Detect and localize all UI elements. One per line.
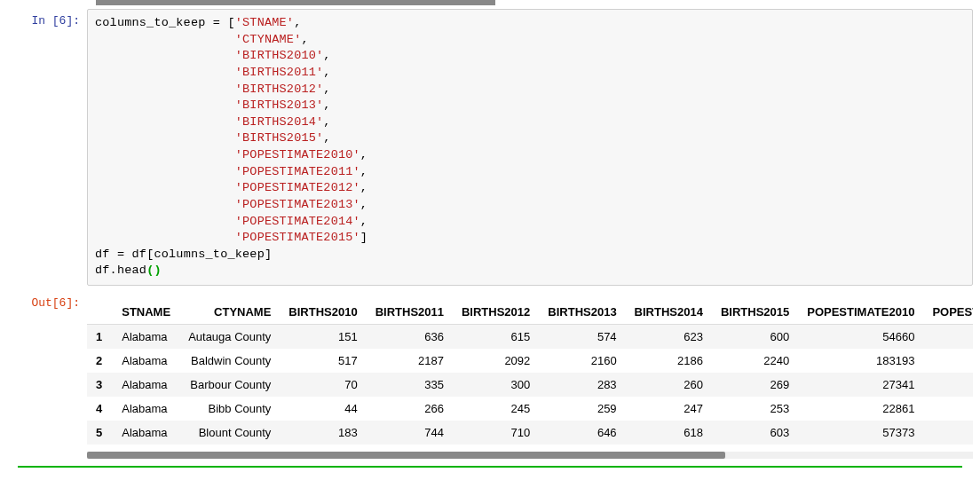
table-cell: Autauga County bbox=[179, 325, 280, 350]
row-index: 5 bbox=[87, 421, 113, 445]
table-index-header bbox=[87, 300, 113, 325]
table-cell: Alabama bbox=[113, 349, 179, 373]
table-cell: Alabama bbox=[113, 373, 179, 397]
output-area[interactable]: STNAMECTYNAMEBIRTHS2010BIRTHS2011BIRTHS2… bbox=[87, 291, 973, 459]
table-cell: 2092 bbox=[453, 349, 539, 373]
table-cell: 618 bbox=[626, 421, 712, 445]
table-cell: 260 bbox=[626, 373, 712, 397]
table-row: 3AlabamaBarbour County703353002832602692… bbox=[87, 373, 973, 397]
column-header: CTYNAME bbox=[179, 300, 280, 325]
table-cell: 27226 bbox=[923, 373, 973, 397]
table-cell: Blount County bbox=[179, 421, 280, 445]
notebook: In [6]: columns_to_keep = ['STNAME', 'CT… bbox=[0, 0, 980, 468]
column-header: BIRTHS2013 bbox=[539, 300, 625, 325]
table-cell: 183 bbox=[280, 421, 366, 445]
table-cell: 253 bbox=[712, 397, 798, 421]
table-cell: 283 bbox=[539, 373, 625, 397]
table-cell: 54660 bbox=[798, 325, 923, 350]
table-cell: 151 bbox=[280, 325, 366, 350]
table-cell: Alabama bbox=[113, 397, 179, 421]
scrollbar-thumb[interactable] bbox=[87, 452, 725, 459]
row-index: 2 bbox=[87, 349, 113, 373]
table-cell: 2186 bbox=[626, 349, 712, 373]
table-cell: 2187 bbox=[367, 349, 453, 373]
table-cell: Bibb County bbox=[179, 397, 280, 421]
table-cell: 615 bbox=[453, 325, 539, 350]
table-cell: 22733 bbox=[923, 397, 973, 421]
table-row: 5AlabamaBlount County1837447106466186035… bbox=[87, 421, 973, 445]
table-row: 2AlabamaBaldwin County517218720922160218… bbox=[87, 349, 973, 373]
table-cell: 646 bbox=[539, 421, 625, 445]
code-input[interactable]: columns_to_keep = ['STNAME', 'CTYNAME', … bbox=[87, 9, 973, 286]
table-cell: 623 bbox=[626, 325, 712, 350]
table-cell: 247 bbox=[626, 397, 712, 421]
table-cell: 44 bbox=[280, 397, 366, 421]
horizontal-scrollbar[interactable] bbox=[87, 452, 973, 459]
table-cell: Barbour County bbox=[179, 373, 280, 397]
table-cell: 335 bbox=[367, 373, 453, 397]
output-cell: Out[6]: STNAMECTYNAMEBIRTHS2010BIRTHS201… bbox=[7, 291, 973, 459]
column-header: BIRTHS2012 bbox=[453, 300, 539, 325]
table-cell: 183193 bbox=[798, 349, 923, 373]
table-header-row: STNAMECTYNAMEBIRTHS2010BIRTHS2011BIRTHS2… bbox=[87, 300, 973, 325]
table-cell: 574 bbox=[539, 325, 625, 350]
code-cell: In [6]: columns_to_keep = ['STNAME', 'CT… bbox=[7, 9, 973, 286]
table-cell: 57711 bbox=[923, 421, 973, 445]
table-cell: 266 bbox=[367, 397, 453, 421]
table-cell: 70 bbox=[280, 373, 366, 397]
column-header: BIRTHS2011 bbox=[367, 300, 453, 325]
table-row: 4AlabamaBibb County442662452592472532286… bbox=[87, 397, 973, 421]
table-cell: 245 bbox=[453, 397, 539, 421]
table-cell: Alabama bbox=[113, 325, 179, 350]
column-header: POPESTIMATE2011 bbox=[923, 300, 973, 325]
input-prompt: In [6]: bbox=[7, 9, 87, 28]
row-index: 1 bbox=[87, 325, 113, 350]
column-header: POPESTIMATE2010 bbox=[798, 300, 923, 325]
table-cell: Alabama bbox=[113, 421, 179, 445]
column-header: BIRTHS2015 bbox=[712, 300, 798, 325]
table-cell: 517 bbox=[280, 349, 366, 373]
table-cell: 57373 bbox=[798, 421, 923, 445]
row-index: 4 bbox=[87, 397, 113, 421]
row-index: 3 bbox=[87, 373, 113, 397]
table-cell: 300 bbox=[453, 373, 539, 397]
column-header: BIRTHS2014 bbox=[626, 300, 712, 325]
table-cell: 269 bbox=[712, 373, 798, 397]
running-cell-indicator bbox=[18, 466, 962, 468]
column-header: STNAME bbox=[113, 300, 179, 325]
horizontal-scrollbar[interactable] bbox=[96, 0, 495, 5]
table-cell: Baldwin County bbox=[179, 349, 280, 373]
table-cell: 27341 bbox=[798, 373, 923, 397]
dataframe-table: STNAMECTYNAMEBIRTHS2010BIRTHS2011BIRTHS2… bbox=[87, 300, 973, 445]
table-cell: 259 bbox=[539, 397, 625, 421]
table-row: 1AlabamaAutauga County151636615574623600… bbox=[87, 325, 973, 350]
table-cell: 600 bbox=[712, 325, 798, 350]
table-cell: 744 bbox=[367, 421, 453, 445]
table-cell: 603 bbox=[712, 421, 798, 445]
table-cell: 55253 bbox=[923, 325, 973, 350]
table-cell: 710 bbox=[453, 421, 539, 445]
table-cell: 22861 bbox=[798, 397, 923, 421]
table-cell: 2240 bbox=[712, 349, 798, 373]
table-cell: 636 bbox=[367, 325, 453, 350]
output-prompt: Out[6]: bbox=[7, 291, 87, 310]
table-cell: 2160 bbox=[539, 349, 625, 373]
column-header: BIRTHS2010 bbox=[280, 300, 366, 325]
table-cell: 186659 bbox=[923, 349, 973, 373]
